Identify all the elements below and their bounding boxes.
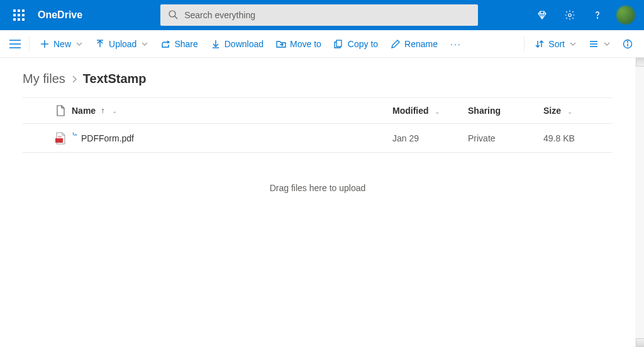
sharing-column-header[interactable]: Sharing — [468, 106, 543, 116]
svg-point-11 — [569, 14, 572, 17]
file-size: 49.8 KB — [543, 133, 613, 143]
brand-label[interactable]: OneDrive — [38, 9, 82, 21]
svg-rect-0 — [13, 9, 16, 12]
rename-label: Rename — [404, 39, 438, 49]
download-label: Download — [225, 39, 264, 49]
moveto-button[interactable]: Move to — [270, 34, 328, 54]
settings-icon[interactable] — [557, 3, 582, 28]
chevron-down-icon — [76, 39, 82, 49]
file-modified: Jan 29 — [392, 133, 468, 143]
table-row[interactable]: ⤿ PDFForm.pdf Jan 29 Private 49.8 KB — [23, 124, 613, 153]
chevron-down-icon: ⌄ — [112, 107, 117, 114]
svg-rect-32 — [55, 138, 63, 143]
svg-point-31 — [627, 41, 628, 41]
chevron-down-icon: ⌄ — [567, 108, 572, 115]
svg-rect-33 — [58, 136, 62, 138]
help-icon[interactable] — [585, 3, 610, 28]
premium-icon[interactable] — [530, 3, 555, 28]
app-launcher-icon[interactable] — [6, 3, 31, 28]
download-button[interactable]: Download — [204, 34, 270, 54]
search-box[interactable] — [160, 4, 478, 26]
svg-rect-2 — [22, 9, 25, 12]
sort-asc-icon: ↑ — [101, 106, 104, 115]
moveto-label: Move to — [290, 39, 321, 49]
file-name[interactable]: PDFForm.pdf — [81, 133, 134, 143]
divider — [29, 36, 30, 52]
share-label: Share — [174, 39, 197, 49]
svg-point-12 — [597, 18, 598, 18]
chevron-down-icon — [142, 39, 148, 49]
divider — [524, 36, 525, 52]
search-icon — [168, 9, 178, 21]
svg-rect-1 — [18, 9, 20, 12]
nav-toggle-icon[interactable] — [5, 34, 25, 54]
sync-badge-icon: ⤿ — [72, 130, 77, 138]
file-sharing: Private — [468, 133, 543, 143]
pdf-icon — [49, 132, 72, 145]
size-column-header[interactable]: Size ⌄ — [543, 106, 613, 116]
chevron-down-icon: ⌄ — [435, 108, 440, 115]
upload-label: Upload — [109, 39, 136, 49]
chevron-right-icon — [72, 72, 77, 86]
copyto-button[interactable]: Copy to — [328, 34, 384, 54]
new-button[interactable]: New — [33, 34, 89, 54]
name-column-header[interactable]: Name ↑ ⌄ — [72, 106, 392, 116]
modified-column-header[interactable]: Modified ⌄ — [392, 106, 468, 116]
info-button[interactable] — [616, 34, 639, 54]
search-input[interactable] — [184, 10, 470, 20]
more-actions-button[interactable]: ··· — [444, 39, 468, 49]
svg-rect-7 — [18, 18, 20, 21]
file-table: Name ↑ ⌄ Modified ⌄ Sharing Size ⌄ — [23, 97, 613, 153]
svg-rect-5 — [22, 14, 25, 16]
svg-line-10 — [175, 16, 177, 19]
svg-rect-3 — [13, 14, 16, 16]
view-options-button[interactable] — [582, 34, 616, 54]
svg-rect-23 — [336, 40, 341, 47]
svg-point-9 — [169, 11, 175, 17]
svg-rect-8 — [22, 18, 25, 21]
drop-hint: Drag files here to upload — [0, 183, 635, 193]
chevron-down-icon — [570, 39, 576, 49]
app-header: OneDrive — [0, 0, 644, 30]
svg-rect-6 — [13, 18, 16, 21]
copyto-label: Copy to — [348, 39, 378, 49]
upload-button[interactable]: Upload — [89, 34, 154, 54]
breadcrumb-current: TextStamp — [83, 72, 147, 86]
filetype-column[interactable] — [49, 105, 72, 116]
svg-rect-4 — [18, 14, 20, 16]
rename-button[interactable]: Rename — [384, 34, 444, 54]
sort-button[interactable]: Sort — [528, 34, 582, 54]
new-label: New — [53, 39, 71, 49]
sort-label: Sort — [548, 39, 565, 49]
chevron-down-icon — [604, 39, 610, 49]
breadcrumb-root[interactable]: My files — [23, 72, 65, 86]
avatar[interactable] — [616, 6, 635, 25]
share-button[interactable]: Share — [154, 34, 204, 54]
command-bar: New Upload Share Download Move to Copy t… — [0, 30, 644, 58]
breadcrumb: My files TextStamp — [0, 58, 635, 97]
table-header: Name ↑ ⌄ Modified ⌄ Sharing Size ⌄ — [23, 97, 613, 124]
scrollbar[interactable] — [635, 58, 644, 347]
